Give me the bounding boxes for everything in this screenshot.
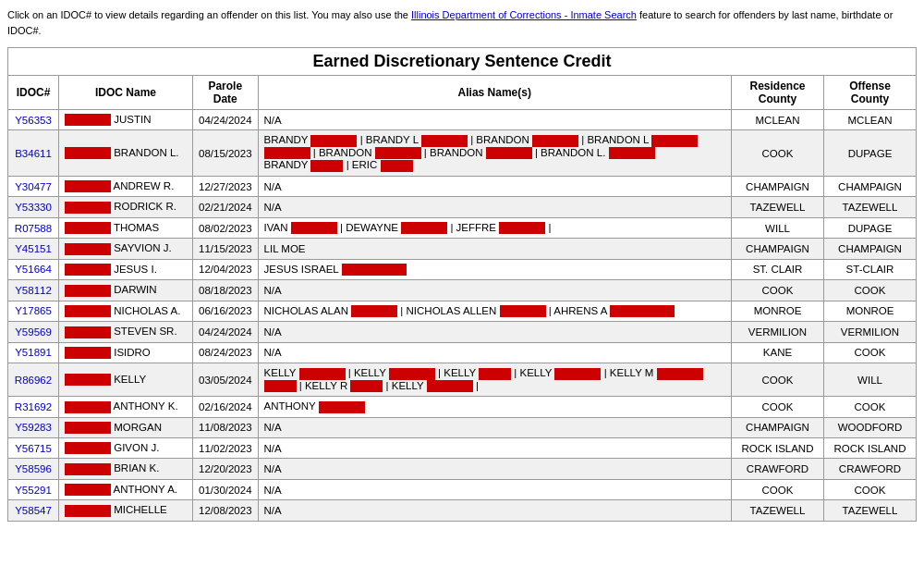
idoc-link[interactable]: Y17865 (15, 305, 52, 316)
idoc-link[interactable]: Y56353 (15, 115, 52, 126)
header-alias: Alias Name(s) (258, 76, 731, 110)
table-row: Y58112 DARWIN08/18/2023N/ACOOKCOOK (8, 280, 917, 301)
idoc-link[interactable]: R86962 (15, 375, 52, 386)
table-row: Y55291 ANTHONY A.01/30/2024N/ACOOKCOOK (8, 479, 917, 499)
redacted-block (65, 347, 111, 359)
notice-text: Click on an IDOC# to view details regard… (7, 7, 917, 38)
idoc-link[interactable]: Y58547 (15, 505, 52, 516)
cell-residence-county: ST. CLAIR (732, 259, 824, 279)
cell-offense-county: COOK (824, 342, 917, 363)
cell-parole-date: 12/20/2023 (193, 459, 259, 479)
cell-residence-county: MONROE (732, 301, 824, 321)
cell-idoc: Y53330 (8, 197, 59, 217)
cell-name: MICHELLE (59, 500, 193, 521)
cell-idoc: Y30477 (8, 176, 59, 196)
idoc-link[interactable]: Y51664 (15, 264, 52, 275)
cell-offense-county: CHAMPAIGN (824, 176, 917, 196)
table-row: Y45151 SAYVION J.11/15/2023LIL MOECHAMPA… (8, 239, 917, 259)
redacted-block (350, 380, 383, 392)
redacted-block (532, 135, 578, 147)
redacted-block (65, 401, 111, 413)
cell-offense-county: MCLEAN (824, 110, 917, 130)
cell-offense-county: MONROE (824, 301, 917, 321)
idoc-link[interactable]: Y59569 (15, 326, 52, 338)
idoc-link[interactable]: Y55291 (15, 485, 52, 496)
notice-prefix: Click on an IDOC# to view details regard… (7, 9, 411, 20)
cell-idoc: Y56715 (8, 437, 59, 458)
cell-offense-county: COOK (824, 397, 917, 417)
cell-offense-county: COOK (824, 280, 917, 301)
cell-alias: N/A (258, 110, 731, 130)
cell-parole-date: 02/21/2024 (193, 197, 259, 217)
redacted-block (65, 374, 111, 386)
table-row: Y51891 ISIDRO08/24/2023N/AKANECOOK (8, 342, 917, 363)
cell-residence-county: ROCK ISLAND (732, 437, 824, 458)
idoc-link[interactable]: R07588 (15, 223, 52, 234)
table-row: Y59569 STEVEN SR.04/24/2024N/AVERMILIONV… (8, 322, 917, 342)
cell-residence-county: COOK (732, 280, 824, 301)
redacted-block (421, 135, 468, 147)
cell-offense-county: DUPAGE (824, 217, 917, 238)
cell-parole-date: 08/15/2023 (193, 130, 259, 176)
cell-name: ISIDRO (59, 342, 193, 363)
cell-parole-date: 08/02/2023 (193, 217, 259, 238)
cell-residence-county: COOK (732, 479, 824, 499)
cell-name: RODRICK R. (59, 197, 193, 217)
redacted-block (554, 368, 601, 380)
cell-idoc: Y59283 (8, 417, 59, 437)
redacted-block (657, 368, 703, 380)
cell-alias: N/A (258, 280, 731, 301)
cell-name: ANTHONY A. (59, 479, 193, 499)
redacted-block (609, 147, 655, 159)
cell-alias: N/A (258, 500, 731, 521)
cell-offense-county: TAZEWELL (824, 500, 917, 521)
table-row: Y51664 JESUS I.12/04/2023JESUS ISRAEL ST… (8, 259, 917, 279)
cell-residence-county: CHAMPAIGN (732, 239, 824, 259)
idoc-link[interactable]: Y30477 (15, 181, 52, 192)
cell-idoc: Y56353 (8, 110, 59, 130)
table-row: Y56353 JUSTIN04/24/2024N/AMCLEANMCLEAN (8, 110, 917, 130)
cell-alias: N/A (258, 197, 731, 217)
redacted-block (319, 401, 365, 413)
redacted-block (401, 222, 447, 234)
cell-offense-county: WILL (824, 363, 917, 397)
idoc-link[interactable]: Y58112 (15, 285, 52, 296)
cell-residence-county: MCLEAN (732, 110, 824, 130)
cell-residence-county: KANE (732, 342, 824, 363)
cell-alias: NICHOLAS ALAN | NICHOLAS ALLEN | AHRENS … (258, 301, 731, 321)
redacted-block (310, 135, 357, 147)
idoc-link[interactable]: Y56715 (15, 443, 52, 454)
idoc-link[interactable]: Y53330 (15, 202, 52, 213)
cell-alias: IVAN | DEWAYNE | JEFFRE | (258, 217, 731, 238)
cell-idoc: Y58112 (8, 280, 59, 301)
cell-alias: N/A (258, 417, 731, 437)
redacted-block (375, 147, 421, 159)
cell-idoc: R07588 (8, 217, 59, 238)
redacted-block (381, 160, 413, 172)
cell-name: STEVEN SR. (59, 322, 193, 342)
redacted-block (264, 147, 310, 159)
redacted-block (264, 380, 297, 392)
redacted-block (65, 484, 111, 496)
cell-parole-date: 11/08/2023 (193, 417, 259, 437)
idoc-link[interactable]: Y45151 (15, 243, 52, 254)
redacted-block (65, 222, 111, 234)
redacted-block (427, 380, 473, 392)
cell-idoc: B34611 (8, 130, 59, 176)
cell-residence-county: CHAMPAIGN (732, 176, 824, 196)
idoc-link[interactable]: Y51891 (15, 347, 52, 358)
idoc-search-link[interactable]: Illinois Department of Corrections - Inm… (411, 9, 637, 20)
table-row: Y53330 RODRICK R.02/21/2024N/ATAZEWELLTA… (8, 197, 917, 217)
idoc-link[interactable]: B34611 (15, 148, 52, 159)
idoc-link[interactable]: Y59283 (15, 422, 52, 433)
cell-parole-date: 11/02/2023 (193, 437, 259, 458)
cell-residence-county: COOK (732, 363, 824, 397)
redacted-block (291, 222, 337, 234)
header-offense: OffenseCounty (824, 76, 917, 110)
cell-alias: KELLY | KELLY | KELLY | KELLY | KELLY M … (258, 363, 731, 397)
idoc-link[interactable]: R31692 (15, 401, 52, 412)
cell-parole-date: 12/08/2023 (193, 500, 259, 521)
cell-alias: N/A (258, 437, 731, 458)
redacted-block (65, 180, 111, 192)
idoc-link[interactable]: Y58596 (15, 463, 52, 474)
